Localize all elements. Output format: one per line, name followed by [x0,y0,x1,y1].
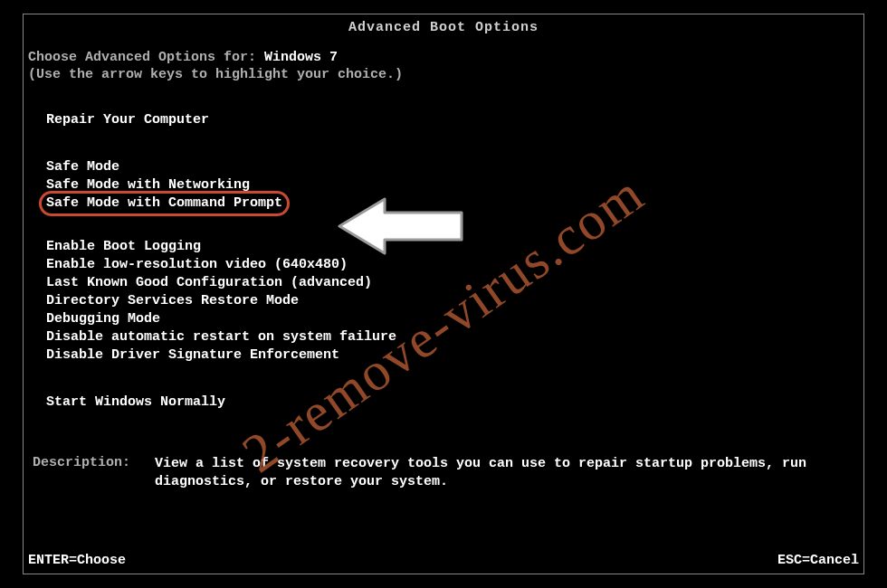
option-repair-your-computer[interactable]: Repair Your Computer [46,111,859,129]
boot-options-screen: Advanced Boot Options Choose Advanced Op… [23,14,864,574]
option-group-advanced: Enable Boot Logging Enable low-resolutio… [46,238,859,365]
option-low-res-video[interactable]: Enable low-resolution video (640x480) [46,256,859,274]
option-directory-services-restore[interactable]: Directory Services Restore Mode [46,292,859,310]
description-label: Description: [33,455,155,491]
footer-bar: ENTER=Choose ESC=Cancel [28,553,859,568]
option-group-normal: Start Windows Normally [46,394,859,412]
description-block: Description: View a list of system recov… [33,455,859,491]
option-enable-boot-logging[interactable]: Enable Boot Logging [46,238,859,256]
arrow-keys-hint: (Use the arrow keys to highlight your ch… [28,67,859,82]
option-disable-auto-restart[interactable]: Disable automatic restart on system fail… [46,328,859,346]
prompt-prefix: Choose Advanced Options for: [28,50,264,65]
highlighted-option-wrap: Safe Mode with Command Prompt [46,194,282,213]
screen-title: Advanced Boot Options [24,14,863,41]
footer-esc-cancel: ESC=Cancel [777,553,859,568]
option-safe-mode[interactable]: Safe Mode [46,158,859,176]
option-safe-mode-command-prompt[interactable]: Safe Mode with Command Prompt [46,194,282,213]
option-disable-driver-signature[interactable]: Disable Driver Signature Enforcement [46,346,859,365]
option-debugging-mode[interactable]: Debugging Mode [46,310,859,328]
option-group-safemode: Safe Mode Safe Mode with Networking Safe… [46,158,859,213]
option-safe-mode-networking[interactable]: Safe Mode with Networking [46,176,859,194]
option-start-windows-normally[interactable]: Start Windows Normally [46,394,859,412]
os-name: Windows 7 [264,50,338,65]
content-area: Choose Advanced Options for: Windows 7 (… [24,41,863,491]
description-text: View a list of system recovery tools you… [155,455,859,491]
footer-enter-choose: ENTER=Choose [28,553,126,568]
option-last-known-good[interactable]: Last Known Good Configuration (advanced) [46,274,859,292]
option-group-repair: Repair Your Computer [46,111,859,129]
choose-prompt: Choose Advanced Options for: Windows 7 [28,50,859,65]
